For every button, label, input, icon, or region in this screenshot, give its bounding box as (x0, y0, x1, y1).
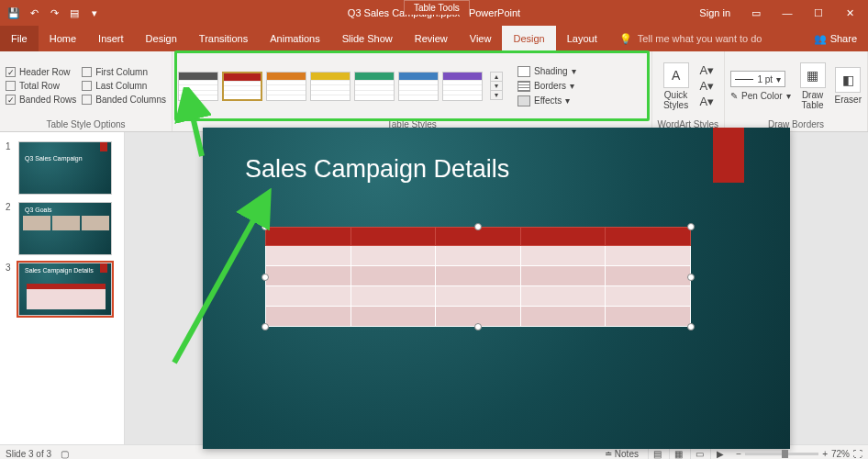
bulb-icon: 💡 (619, 33, 632, 45)
tab-tabletools-layout[interactable]: Layout (556, 26, 608, 51)
shading-dropdown[interactable]: Shading▾ (516, 65, 578, 78)
eraser-button[interactable]: ◧Eraser (835, 67, 862, 105)
check-first-column[interactable]: First Column (82, 67, 166, 77)
check-label: Last Column (95, 81, 147, 91)
bucket-icon (517, 66, 530, 77)
slide-table[interactable] (265, 227, 691, 327)
gallery-scroll-up[interactable]: ▴ (491, 73, 502, 82)
borders-dropdown[interactable]: Borders▾ (516, 80, 578, 93)
pen-color-label: Pen Color (741, 91, 782, 101)
check-total-row[interactable]: Total Row (6, 81, 76, 91)
draw-table-icon: ▦ (800, 62, 826, 88)
redo-icon[interactable]: ↷ (46, 5, 62, 21)
minimize-icon[interactable]: — (773, 4, 802, 22)
group-table-styles: ▴ ▾ ▾ Shading▾ Borders▾ Effects▾ Table S… (172, 51, 652, 131)
zoom-level[interactable]: 72% (831, 449, 850, 459)
undo-icon[interactable]: ↶ (26, 5, 42, 21)
tell-me-label: Tell me what you want to do (638, 33, 762, 44)
ribbon-display-icon[interactable]: ▭ (741, 4, 771, 22)
resize-handle[interactable] (262, 323, 269, 330)
text-effects-button[interactable]: A▾ (700, 95, 715, 108)
slide-accent-shape (713, 128, 744, 183)
pen-color-dropdown[interactable]: ✎Pen Color▾ (730, 91, 790, 101)
title-bar: 💾 ↶ ↷ ▤ ▾ Q3 Sales Campaign.pptx - Power… (0, 0, 868, 26)
slide-canvas[interactable]: Sales Campaign Details (203, 128, 790, 449)
tell-me-search[interactable]: 💡Tell me what you want to do (608, 26, 803, 51)
resize-handle[interactable] (262, 223, 269, 230)
slide-thumb-1[interactable]: Q3 Sales Campaign (18, 141, 112, 195)
table-styles-gallery[interactable] (178, 72, 483, 101)
slide-thumb-3[interactable]: Sales Campaign Details (18, 263, 112, 316)
resize-handle[interactable] (687, 274, 695, 281)
slide-title[interactable]: Sales Campaign Details (245, 155, 509, 184)
group-label: Table Style Options (6, 118, 166, 131)
resize-handle[interactable] (687, 323, 695, 330)
eraser-icon: ◧ (835, 67, 861, 93)
quick-styles-button[interactable]: A Quick Styles (658, 62, 695, 110)
thumb-title: Q3 Sales Campaign (25, 155, 83, 162)
thumb-title: Q3 Goals (25, 207, 52, 213)
check-last-column[interactable]: Last Column (82, 81, 166, 91)
effects-icon (517, 95, 530, 106)
check-banded-rows[interactable]: ✓Banded Rows (6, 95, 76, 105)
tab-transitions[interactable]: Transitions (188, 26, 259, 51)
share-label: Share (830, 33, 857, 44)
resize-handle[interactable] (474, 223, 482, 230)
tab-design[interactable]: Design (135, 26, 188, 51)
table-style-thumb[interactable] (442, 72, 483, 101)
tab-file[interactable]: File (0, 26, 39, 51)
resize-handle[interactable] (474, 323, 482, 330)
tab-home[interactable]: Home (39, 26, 87, 51)
check-label: Banded Rows (19, 95, 76, 105)
pen-width-value: 1 pt (757, 74, 773, 84)
pen-icon: ✎ (730, 91, 738, 101)
notes-label: Notes (615, 449, 639, 459)
slide-counter: Slide 3 of 3 (6, 449, 51, 459)
draw-table-label: Draw Table (796, 90, 829, 110)
fit-to-window-icon[interactable]: ⛶ (853, 449, 862, 459)
effects-dropdown[interactable]: Effects▾ (516, 95, 578, 107)
tab-tabletools-design[interactable]: Design (502, 26, 555, 51)
tab-animations[interactable]: Animations (259, 26, 330, 51)
zoom-in-icon[interactable]: + (822, 449, 828, 459)
check-header-row[interactable]: ✓Header Row (6, 67, 76, 77)
close-icon[interactable]: ✕ (835, 4, 864, 22)
share-button[interactable]: 👥Share (803, 26, 868, 51)
gallery-scroll-down[interactable]: ▾ (491, 82, 502, 91)
signin-link[interactable]: Sign in (690, 4, 740, 22)
spellcheck-icon[interactable]: ▢ (61, 449, 69, 459)
table-style-thumb[interactable] (398, 72, 439, 101)
resize-handle[interactable] (687, 223, 695, 230)
tab-review[interactable]: Review (404, 26, 459, 51)
startfrom-icon[interactable]: ▤ (66, 5, 83, 21)
maximize-icon[interactable]: ☐ (804, 4, 833, 22)
check-banded-columns[interactable]: Banded Columns (82, 95, 166, 105)
slide-thumb-2[interactable]: Q3 Goals (18, 202, 112, 255)
tab-insert[interactable]: Insert (87, 26, 135, 51)
table-style-thumb[interactable] (354, 72, 395, 101)
pen-width-select[interactable]: 1 pt▾ (730, 71, 785, 87)
shading-label: Shading (534, 66, 568, 76)
quick-styles-icon: A (663, 62, 689, 88)
slide-edit-area[interactable]: Sales Campaign Details (125, 132, 868, 444)
resize-handle[interactable] (262, 274, 269, 281)
gallery-more-icon[interactable]: ▾ (491, 91, 502, 99)
zoom-out-icon[interactable]: − (736, 449, 741, 459)
tab-view[interactable]: View (459, 26, 503, 51)
table-style-thumb[interactable] (222, 72, 262, 101)
tab-slideshow[interactable]: Slide Show (331, 26, 404, 51)
borders-icon (517, 81, 530, 92)
qat-more-icon[interactable]: ▾ (86, 5, 103, 21)
save-icon[interactable]: 💾 (6, 5, 22, 21)
zoom-slider[interactable] (745, 453, 818, 455)
draw-table-button[interactable]: ▦Draw Table (796, 62, 829, 110)
share-icon: 👥 (814, 33, 827, 45)
table-style-thumb[interactable] (178, 72, 218, 101)
table-style-thumb[interactable] (266, 72, 306, 101)
ribbon-body: ✓Header Row Total Row ✓Banded Rows First… (0, 51, 868, 132)
text-outline-button[interactable]: A▾ (700, 79, 715, 93)
notes-button[interactable]: ≐ Notes (605, 449, 639, 459)
text-fill-button[interactable]: A▾ (700, 63, 715, 77)
ribbon-tabs: File Home Insert Design Transitions Anim… (0, 26, 868, 51)
table-style-thumb[interactable] (310, 72, 351, 101)
